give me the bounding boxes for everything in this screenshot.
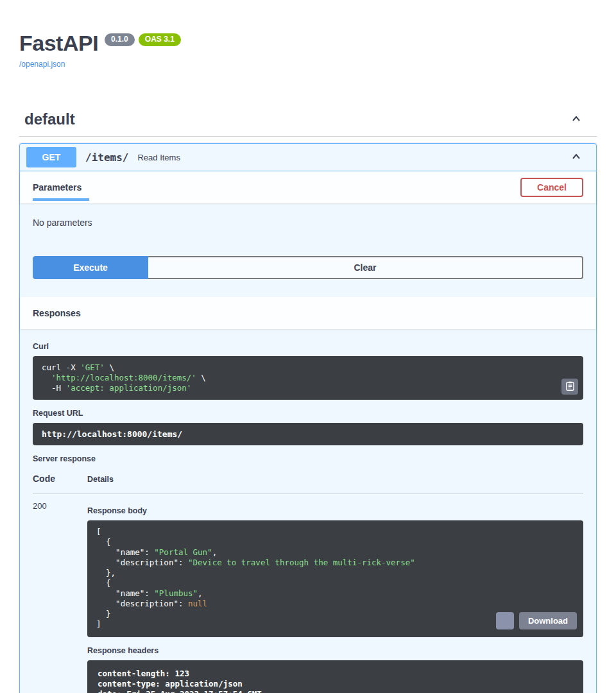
cancel-button[interactable]: Cancel [520,178,583,197]
tag-title: default [24,110,75,128]
response-table-header: Code Details [33,474,583,493]
curl-code-block: curl -X 'GET' \ 'http://localhost:8000/i… [33,356,583,400]
execute-wrapper: Execute Clear [20,256,596,279]
http-method-badge: GET [26,147,76,167]
details-column-header: Details [87,475,583,484]
response-headers-label: Response headers [87,646,583,655]
tag-section-default: default GET /items/ Read Items Paramet [19,107,597,693]
chevron-up-icon [570,117,583,127]
oas-version-badge: OAS 3.1 [139,33,181,46]
no-parameters-text: No parameters [20,203,596,228]
response-row-200: 200 Response body [ { "name": "Portal Gu… [33,493,583,693]
clear-button[interactable]: Clear [148,256,583,279]
collapse-operation-button[interactable] [570,150,583,165]
opblock-summary[interactable]: GET /items/ Read Items [20,144,596,171]
copy-curl-button[interactable] [561,379,578,395]
response-body-label: Response body [87,506,583,515]
api-info: FastAPI 0.1.0 OAS 3.1 /openapi.json [19,0,597,69]
code-column-header: Code [33,474,87,484]
request-url-value: http://localhost:8000/items/ [33,423,583,445]
response-headers-block: content-length: 123content-type: applica… [87,660,583,693]
copy-response-button[interactable] [496,612,514,629]
response-body-block: [ { "name": "Portal Gun", "description":… [87,520,583,637]
download-button[interactable]: Download [519,612,577,629]
api-title: FastAPI [19,32,98,54]
operation-path: /items/ [85,151,128,164]
operation-summary-text: Read Items [137,153,180,162]
version-badge: 0.1.0 [105,33,135,46]
curl-label: Curl [33,342,583,351]
swagger-ui-page: FastAPI 0.1.0 OAS 3.1 /openapi.json defa… [19,0,597,693]
chevron-up-icon [570,155,583,165]
opblock-get-items: GET /items/ Read Items Parameters Cancel… [19,143,597,693]
execute-button[interactable]: Execute [33,256,148,279]
parameters-section-header: Parameters Cancel [20,171,596,203]
tag-header-default[interactable]: default [19,107,597,137]
collapse-section-button[interactable] [569,111,584,128]
tab-parameters[interactable]: Parameters [33,182,89,201]
request-url-label: Request URL [33,409,583,418]
responses-inner: Curl curl -X 'GET' \ 'http://localhost:8… [20,329,596,693]
server-response-label: Server response [33,454,583,463]
clipboard-icon [566,381,574,393]
openapi-spec-link[interactable]: /openapi.json [19,60,65,69]
status-code: 200 [33,501,87,693]
responses-section-header: Responses [20,297,596,329]
